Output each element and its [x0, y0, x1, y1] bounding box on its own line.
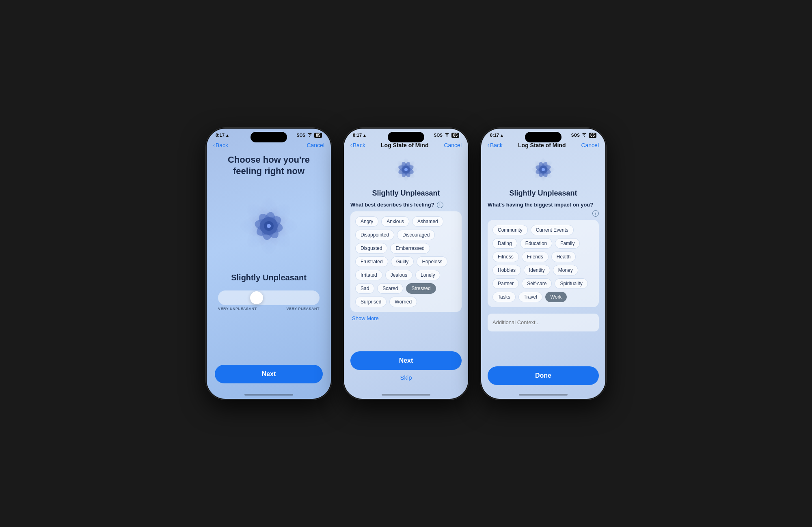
wifi-icon-1 — [307, 133, 313, 138]
tag-angry[interactable]: Angry — [355, 216, 378, 227]
tag-education[interactable]: Education — [520, 238, 552, 249]
tag-tasks[interactable]: Tasks — [492, 292, 516, 302]
back-button-3[interactable]: ‹ Back — [488, 142, 503, 148]
battery-icon-2: 85 — [451, 133, 459, 138]
next-button-1[interactable]: Next — [215, 365, 323, 383]
sos-3: SOS — [571, 133, 580, 138]
tag-travel[interactable]: Travel — [518, 292, 542, 302]
tag-health[interactable]: Health — [551, 252, 576, 262]
flower-graphic-1 — [228, 185, 309, 267]
tag-family[interactable]: Family — [555, 238, 580, 249]
btn-area-3: Done — [488, 363, 599, 385]
tag-guilty[interactable]: Guilty — [391, 256, 414, 267]
flower-graphic-3 — [527, 153, 559, 186]
tag-ashamed[interactable]: Ashamed — [412, 216, 443, 227]
tag-anxious[interactable]: Anxious — [381, 216, 409, 227]
tag-worried[interactable]: Worried — [389, 297, 417, 307]
additional-context-input[interactable] — [488, 314, 599, 331]
screen1-content: Choose how you're feeling right now — [207, 150, 331, 391]
time-2: 8:17 — [353, 133, 362, 138]
info-icon-2[interactable]: i — [437, 202, 443, 208]
show-more-button[interactable]: Show More — [352, 315, 379, 321]
home-indicator-1 — [244, 394, 293, 396]
sos-2: SOS — [434, 133, 443, 138]
wifi-icon-3 — [581, 133, 587, 138]
tag-self-care[interactable]: Self-care — [522, 278, 552, 289]
tag-disappointed[interactable]: Disappointed — [355, 230, 394, 240]
chevron-icon-3: ‹ — [488, 142, 489, 148]
phone-2: 8:17 ▲ SOS 85 ‹ Back Log State of Mind C… — [343, 128, 469, 400]
battery-icon-3: 85 — [589, 133, 596, 138]
phone-2-screen: 8:17 ▲ SOS 85 ‹ Back Log State of Mind C… — [344, 129, 468, 399]
tag-hobbies[interactable]: Hobbies — [492, 265, 521, 275]
btn-area-2: Next Skip — [350, 348, 462, 385]
tag-discouraged[interactable]: Discouraged — [397, 230, 435, 240]
svg-point-14 — [267, 224, 271, 228]
flower-graphic-2 — [390, 153, 422, 186]
tag-lonely[interactable]: Lonely — [415, 270, 440, 280]
time-1: 8:17 — [216, 133, 225, 138]
tags-box-3: CommunityCurrent EventsDatingEducationFa… — [488, 220, 599, 307]
info-icon-3[interactable]: i — [592, 210, 599, 217]
tag-money[interactable]: Money — [553, 265, 578, 275]
slider-thumb[interactable] — [250, 291, 263, 304]
screen3-content: Slightly Unpleasant What's having the bi… — [481, 150, 605, 391]
tag-sad[interactable]: Sad — [355, 283, 374, 294]
tag-hopeless[interactable]: Hopeless — [417, 256, 447, 267]
phone-1-screen: 8:17 ▲ SOS 85 ‹ Back Cancel Choose how y… — [207, 129, 331, 399]
screen1-title: Choose how you're feeling right now — [215, 154, 323, 177]
tag-scared[interactable]: Scared — [377, 283, 403, 294]
phone-3: 8:17 ▲ SOS 85 ‹ Back Log State of Mind C… — [480, 128, 606, 400]
tag-jealous[interactable]: Jealous — [385, 270, 412, 280]
tag-community[interactable]: Community — [492, 225, 528, 235]
time-3: 8:17 — [490, 133, 499, 138]
tag-work[interactable]: Work — [545, 292, 567, 302]
cancel-button-2[interactable]: Cancel — [444, 142, 462, 148]
dynamic-island-2 — [388, 132, 424, 142]
slider-labels: VERY UNPLEASANT VERY PLEASANT — [218, 307, 320, 311]
chevron-icon-2: ‹ — [350, 142, 352, 148]
dynamic-island-1 — [251, 132, 287, 142]
tag-partner[interactable]: Partner — [492, 278, 519, 289]
nav-title-3: Log State of Mind — [518, 142, 566, 148]
back-button-2[interactable]: ‹ Back — [350, 142, 365, 148]
tag-disgusted[interactable]: Disgusted — [355, 243, 387, 254]
tag-embarrassed[interactable]: Embarrassed — [390, 243, 430, 254]
mood-label-2: Slightly Unpleasant — [372, 189, 440, 198]
svg-point-34 — [542, 168, 545, 171]
slider-container: VERY UNPLEASANT VERY PLEASANT — [215, 290, 323, 311]
tag-spirituality[interactable]: Spirituality — [555, 278, 587, 289]
section-title-2: What best describes this feeling? i — [350, 202, 443, 208]
sos-1: SOS — [297, 133, 305, 138]
next-button-2[interactable]: Next — [350, 351, 462, 370]
cancel-button-1[interactable]: Cancel — [307, 142, 324, 148]
skip-button[interactable]: Skip — [350, 370, 462, 385]
slider-left-label: VERY UNPLEASANT — [218, 307, 257, 311]
done-button[interactable]: Done — [488, 366, 599, 385]
home-indicator-3 — [519, 394, 568, 396]
mood-label-1: Slightly Unpleasant — [231, 273, 307, 282]
mood-label-3: Slightly Unpleasant — [509, 189, 577, 198]
cancel-button-3[interactable]: Cancel — [581, 142, 599, 148]
section-title-3: What's having the biggest impact on you?… — [488, 202, 599, 217]
tag-friends[interactable]: Friends — [522, 252, 549, 262]
tag-stressed[interactable]: Stressed — [406, 283, 436, 294]
tags-box-2: AngryAnxiousAshamedDisappointedDiscourag… — [350, 211, 462, 312]
tag-current-events[interactable]: Current Events — [531, 225, 574, 235]
nav-title-2: Log State of Mind — [381, 142, 428, 148]
slider-right-label: VERY PLEASANT — [286, 307, 320, 311]
chevron-icon-1: ‹ — [213, 142, 215, 148]
location-icon-1: ▲ — [225, 133, 229, 138]
home-indicator-2 — [382, 394, 430, 396]
tag-dating[interactable]: Dating — [492, 238, 517, 249]
wifi-icon-2 — [444, 133, 450, 138]
svg-point-24 — [404, 168, 408, 171]
back-button-1[interactable]: ‹ Back — [213, 142, 228, 148]
phone-1: 8:17 ▲ SOS 85 ‹ Back Cancel Choose how y… — [206, 128, 332, 400]
tag-irritated[interactable]: Irritated — [355, 270, 382, 280]
tag-frustrated[interactable]: Frustrated — [355, 256, 388, 267]
tag-identity[interactable]: Identity — [524, 265, 550, 275]
slider-track[interactable] — [218, 290, 320, 305]
tag-surprised[interactable]: Surprised — [355, 297, 387, 307]
tag-fitness[interactable]: Fitness — [492, 252, 519, 262]
